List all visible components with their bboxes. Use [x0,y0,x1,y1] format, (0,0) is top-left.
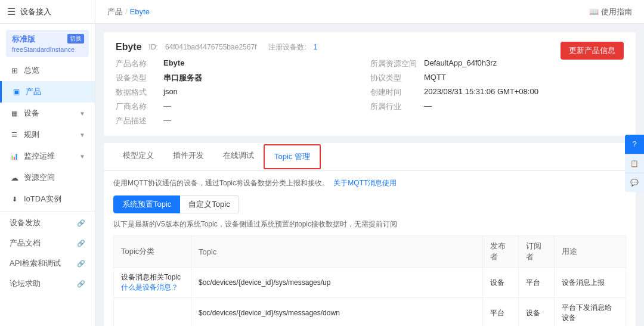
tab-topic[interactable]: Topic 管理 [264,144,321,169]
table-row-usage-1: 平台下发消息给设备 [555,298,626,327]
product-reg-label: 注册设备数: [268,42,306,52]
product-name: Ebyte [116,42,142,52]
nav-forum[interactable]: 论坛求助 🔗 [0,274,95,294]
table-row-usage-0: 设备消息上报 [555,268,626,298]
float-help-btn[interactable]: ? [625,135,644,154]
rules-icon: ☰ [10,131,19,139]
nav-docs-label: 产品文档 [10,238,41,249]
field-protocol-label: 协议类型 [370,73,424,83]
version-tag[interactable]: 切换 [67,34,84,44]
table-row-sub-0: 平台 [519,268,555,298]
field-device-type-value: 串口服务器 [163,73,202,83]
iotda-icon: ⬇ [10,195,19,203]
nav-forum-label: 论坛求助 [10,278,41,289]
nav-monitor-label: 监控运维 [24,151,55,162]
breadcrumb-sep: / [125,7,128,16]
update-product-btn[interactable]: 更新产品信息 [561,42,624,60]
field-industry-value: — [424,101,432,112]
field-device-type-label: 设备类型 [116,73,163,83]
tab-plugin[interactable]: 插件开发 [163,143,213,170]
tabs-area: 模型定义 插件开发 在线调试 Topic 管理 使用MQTT协议通信的设备，通过… [104,143,636,326]
product-id-value: 64f041bad4476755bae2567f [165,43,257,51]
nav-rules[interactable]: ☰ 规则 ▼ [0,124,95,145]
product-reg-value[interactable]: 1 [314,43,318,51]
help-label: 使用指南 [601,7,632,17]
table-row-topic-0: $oc/devices/{device_id}/sys/messages/up [191,268,483,298]
col-topic: Topic [191,236,483,268]
field-protocol-value: MQTT [424,73,446,83]
help-link[interactable]: 📖 使用指南 [589,7,632,17]
product-id-label: ID: [149,43,158,51]
field-data-format-value: json [163,87,178,98]
nav-rules-label: 规则 [24,129,39,140]
topic-table: Topic分类 Topic 发布者 订阅者 用途 设备消息相关Topic什么是设… [113,235,626,326]
overview-icon: ⊞ [10,66,19,75]
float-feedback-btn[interactable]: 📋 [625,154,644,173]
field-created-value: 2023/08/31 15:31:06 GMT+08:00 [424,87,538,98]
help-icon: 📖 [589,7,599,16]
nav-resource[interactable]: ☁ 资源空间 [0,167,95,188]
float-panel: ? 📋 💬 [625,135,644,192]
nav-overview-label: 总览 [24,65,39,76]
tab-model[interactable]: 模型定义 [113,143,163,170]
product-icon: ▣ [11,88,21,96]
field-industry-label: 所属行业 [370,101,424,112]
field-resource-label: 所属资源空间 [370,58,424,69]
nav-api-label: API检索和调试 [10,258,61,269]
sub-tabs: 系统预置Topic 自定义Topic [113,195,626,213]
menu-icon[interactable]: ☰ [7,6,16,17]
nav-devpub[interactable]: 设备发放 🔗 [0,213,95,233]
tab-debug[interactable]: 在线调试 [213,143,264,170]
nav-docs[interactable]: 产品文档 🔗 [0,233,95,253]
topbar: 产品 / Ebyte 📖 使用指南 [95,0,644,24]
field-desc-value: — [163,116,171,126]
monitor-icon: 📊 [10,153,19,160]
sub-tab-system[interactable]: 系统预置Topic [113,195,180,213]
col-category: Topic分类 [114,236,191,268]
tabs-nav: 模型定义 插件开发 在线调试 Topic 管理 [104,143,636,171]
table-row-sub-1: 设备 [519,298,555,327]
field-product-name-value: Ebyte [163,58,184,69]
breadcrumb-product[interactable]: 产品 [107,7,123,17]
sidebar-title: 设备接入 [20,7,51,17]
nav-api[interactable]: API检索和调试 🔗 [0,253,95,274]
nav-iotda[interactable]: ⬇ IoTDA实例 [0,188,95,210]
col-usage: 用途 [555,236,626,268]
table-row-pub-0: 设备 [483,268,519,298]
devpub-link-icon: 🔗 [77,219,85,227]
field-product-name-label: 产品名称 [116,58,163,69]
topic-content: 使用MQTT协议通信的设备，通过Topic将设备数据分类上报和接收。 关于MQT… [104,171,636,326]
api-link-icon: 🔗 [77,260,85,268]
table-row-topic-1: $oc/devices/{device_id}/sys/messages/dow… [191,298,483,327]
v5-note: 以下是最新的V5版本的系统Topic，设备侧通过系统预置的topic接收数据时，… [113,219,626,229]
forum-link-icon: 🔗 [77,280,85,288]
mqtt-link[interactable]: 关于MQTT消息使用 [333,179,397,187]
product-info-card: Ebyte ID: 64f041bad4476755bae2567f 注册设备数… [104,32,636,136]
device-chevron: ▼ [79,110,85,117]
field-vendor-value: — [163,101,171,112]
field-resource-value: DefaultApp_64f0h3rz [424,58,497,69]
nav-device[interactable]: ▦ 设备 ▼ [0,103,95,124]
float-chat-btn[interactable]: 💬 [625,173,644,192]
nav-devpub-label: 设备发放 [10,218,41,228]
table-row-pub-1: 平台 [483,298,519,327]
docs-link-icon: 🔗 [77,240,85,247]
breadcrumb-current: Ebyte [130,7,150,16]
col-subscriber: 订阅者 [519,236,555,268]
nav-product[interactable]: ▣ 产品 [0,81,95,103]
version-sub: freeStandardInstance [12,46,83,53]
field-vendor-label: 厂商名称 [116,101,163,112]
sub-tab-custom[interactable]: 自定义Topic [180,195,239,213]
version-box: 标准版 切换 freeStandardInstance [6,30,89,57]
rules-chevron: ▼ [79,132,85,138]
nav-overview[interactable]: ⊞ 总览 [0,60,95,81]
nav-resource-label: 资源空间 [24,172,55,183]
field-data-format-label: 数据格式 [116,87,163,98]
field-desc-label: 产品描述 [116,116,163,126]
col-publisher: 发布者 [483,236,519,268]
topic-desc: 使用MQTT协议通信的设备，通过Topic将设备数据分类上报和接收。 关于MQT… [113,178,626,188]
nav-monitor[interactable]: 📊 监控运维 ▼ [0,145,95,167]
table-row-category-0: 设备消息相关Topic什么是设备消息？ [114,268,191,298]
nav-iotda-label: IoTDA实例 [24,194,61,204]
table-row-category-1 [114,298,191,327]
